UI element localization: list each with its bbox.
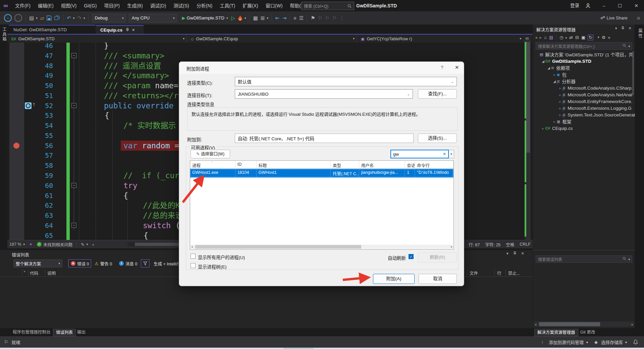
configuration-dropdown[interactable]: Debug▾ [92, 14, 126, 22]
menu-item-9[interactable]: 工具(T) [216, 0, 239, 11]
breadcrumb-class[interactable]: ◇GwDllSample.CEquip▾ [187, 35, 357, 43]
breadcrumb-project[interactable]: C#GwDllSample.STD▾ [7, 35, 187, 43]
menu-item-7[interactable]: 测试(S) [170, 0, 193, 11]
editor-vertical-scrollbar[interactable] [525, 40, 531, 240]
column-code[interactable]: 代码 [30, 270, 38, 276]
code-health-icon[interactable]: ✦ [29, 242, 33, 247]
build-intellisense-dropdown[interactable]: 生成 + IntelliSense [152, 259, 178, 267]
fold-collapse-icon[interactable]: − [71, 53, 76, 58]
health-indicator[interactable]: ✓未找到相关问题 [37, 241, 73, 248]
menu-item-0[interactable]: 文件(F) [11, 0, 34, 11]
attach-to-field[interactable]: 自动: 托管(.NET Core、.NET 5+) 代码 [235, 134, 414, 143]
scroll-right-arrow[interactable]: ▸ [451, 245, 452, 248]
closed-expander-icon[interactable]: ▹ [552, 120, 557, 123]
bookmark-clear-icon[interactable]: ⚐ [332, 15, 337, 21]
spaces-indicator[interactable]: 空格 [506, 241, 514, 248]
menu-item-2[interactable]: 视图(V) [57, 0, 80, 11]
table-horizontal-scrollbar[interactable]: ◂ ▸ [191, 245, 453, 249]
column-file[interactable]: 文件 [470, 270, 478, 276]
process-column-1[interactable]: ID [235, 161, 257, 168]
window-menu-icon[interactable]: ▾ [506, 251, 508, 256]
menu-item-8[interactable]: 分析(N) [193, 0, 216, 11]
eol-indicator[interactable]: CRLF [520, 242, 531, 247]
platform-dropdown[interactable]: Any CPU▾ [129, 14, 177, 22]
attach-button[interactable]: 附加(A) [373, 274, 415, 284]
column-indicator[interactable]: 字符: 25 [485, 241, 500, 248]
filter-icon[interactable] [141, 259, 150, 267]
pin-icon[interactable] [513, 251, 517, 256]
solution-explorer-vertical-scrollbar[interactable] [632, 51, 634, 95]
indent-increase-icon[interactable]: ☰ [299, 15, 304, 21]
window-layout-icon[interactable]: ⊞▾ [261, 15, 268, 21]
pick-window-button[interactable]: ✎ 选择窗口(W) [191, 150, 230, 158]
switch-views-icon[interactable]: ▤ [549, 35, 553, 40]
new-project-icon[interactable]: ▤▾ [29, 15, 38, 21]
connection-target-combo[interactable]: JIANGSHUIBO⌄ [235, 89, 413, 99]
navigate-forward-icon[interactable]: › [14, 14, 22, 22]
hot-reload-icon[interactable]: ▾ [238, 15, 246, 21]
tree-item-GwDllSample-STD[interactable]: ◢C#GwDllSample.STD [533, 58, 640, 64]
find-references-icon[interactable]: ⇥ [282, 15, 287, 21]
breakpoint-icon[interactable] [13, 143, 19, 149]
indent-decrease-icon[interactable]: ≡ [293, 15, 297, 21]
bookmark-next-icon[interactable]: ⚐ [325, 15, 329, 21]
clear-filter-icon[interactable]: ✕ [443, 152, 446, 156]
warnings-filter-button[interactable]: ⚠警告 0 [93, 259, 114, 267]
messages-filter-button[interactable]: i消息 0 [117, 259, 139, 267]
close-icon[interactable]: ✕ [629, 26, 632, 31]
scroll-right-arrow[interactable]: ▸ [632, 322, 633, 326]
sign-in-button[interactable]: 登录 [570, 0, 579, 11]
overflow-icon[interactable]: » [608, 35, 610, 40]
go-to-definition-icon[interactable]: ⇤ [275, 15, 280, 21]
sync-icon[interactable]: ⇄ [569, 35, 573, 40]
scrollbar-thumb[interactable] [539, 322, 600, 326]
scope-dropdown[interactable]: 整个解决方案▾ [13, 259, 62, 267]
open-expander-icon[interactable]: ◢ [546, 66, 551, 70]
select-repository-button[interactable]: 选择存储库 [601, 339, 623, 345]
tree-item-依赖项[interactable]: ◢⊞依赖项 [533, 64, 644, 71]
start-without-debugging-icon[interactable]: ▷ [231, 15, 235, 21]
process-filter-input[interactable]: gw ✕ [390, 150, 449, 158]
process-column-4[interactable]: 用户名 [359, 161, 405, 168]
properties-vertical-tab[interactable]: 属性 [637, 29, 643, 38]
tree-item-CEquip-cs[interactable]: ▹C#CEquip.cs [533, 125, 640, 132]
cancel-button[interactable]: 取消 [419, 274, 457, 284]
show-process-tree-checkbox[interactable] [191, 263, 196, 268]
dialog-close-icon[interactable]: ✕ [455, 64, 459, 70]
tab-close-icon[interactable]: ✕ [132, 28, 135, 32]
forward-icon[interactable]: ▸ [540, 35, 542, 40]
column-suppress[interactable]: 禁止... [508, 270, 520, 276]
tab-output[interactable]: 输出 [74, 329, 88, 336]
toolbar-overflow-icon[interactable]: ⋮ [339, 15, 344, 21]
window-menu-icon[interactable]: ▾ [615, 26, 617, 31]
start-debugging-button[interactable]: ▶GwDllSample.STD▾ [180, 15, 228, 20]
back-icon[interactable]: ◂ [535, 35, 537, 40]
code-cleanup-icon[interactable]: ✎▾ [81, 242, 88, 247]
open-file-icon[interactable]: ▱ [40, 15, 44, 21]
column-line[interactable]: 行 [497, 270, 501, 276]
tree-item-包[interactable]: ▹◉包 [533, 71, 644, 78]
notifications-bell-icon[interactable] [633, 340, 638, 345]
minimize-button[interactable]: – [597, 0, 611, 11]
dialog-title-bar[interactable]: 附加到进程 ? ✕ [179, 62, 464, 74]
save-all-icon[interactable] [54, 15, 60, 20]
menu-item-11[interactable]: 窗口(W) [262, 0, 286, 11]
tree-item-System-Text-Json-SourceGenerat[interactable]: ▹≣ⓘSystem.Text.Json.SourceGenerat [533, 111, 644, 118]
process-column-6[interactable]: 命令行 [415, 161, 453, 168]
closed-expander-icon[interactable]: ▹ [552, 73, 557, 77]
process-column-0[interactable]: 进程 [190, 161, 235, 168]
filter-dropdown-icon[interactable]: ▾ [449, 150, 454, 158]
process-column-3[interactable]: 类型 [331, 161, 359, 168]
tab-git-changes[interactable]: Git 更改 [578, 329, 598, 336]
process-table-selected-row[interactable]: GWHost1.exe18104GWHost1托管(.NET C...jiang… [190, 169, 453, 178]
tree-item-框架[interactable]: ▹▦框架 [533, 118, 644, 125]
dropdown-icon[interactable]: ▾ [598, 36, 599, 39]
solution-explorer-horizontal-scrollbar[interactable]: ◂ ▸ [534, 321, 634, 327]
menu-item-6[interactable]: 调试(D) [147, 0, 170, 11]
scrollbar-thumb[interactable] [526, 42, 530, 153]
refresh-button[interactable]: 刷新(R) [418, 252, 457, 262]
menu-item-1[interactable]: 编辑(E) [34, 0, 57, 11]
tree-item-Microsoft-Extensions-Logging-G[interactable]: ▹≣ⓘMicrosoft.Extensions.Logging.G [533, 105, 644, 111]
tree-item-Microsoft-CodeAnalysis-CSharp-[interactable]: ▹≣ⓘMicrosoft.CodeAnalysis.CSharp. [533, 85, 644, 91]
column-description[interactable]: 说明 [47, 270, 56, 276]
